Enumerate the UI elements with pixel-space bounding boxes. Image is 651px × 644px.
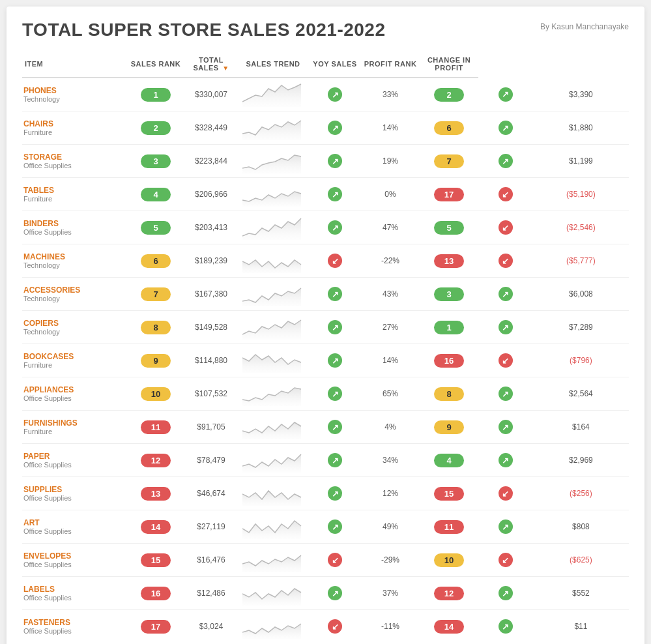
table-row: SUPPLIES Office Supplies 13 $46,674 ↗ 12… <box>22 477 629 510</box>
yoy-arrow-icon: ↙ <box>328 553 342 567</box>
total-sales-cell: $206,966 <box>185 178 237 211</box>
yoy-cell: ↙ <box>309 244 361 278</box>
trend-cell <box>237 477 309 510</box>
profit-rank-badge: 14 <box>434 620 464 634</box>
total-sales-cell: $223,844 <box>185 145 237 178</box>
trend-chart <box>242 614 304 639</box>
profit-rank-cell: 5 <box>420 211 478 244</box>
profit-rank-badge: 6 <box>434 121 464 135</box>
profit-arrow-icon: ↗ <box>499 87 513 102</box>
item-cell: TABLES Furniture <box>22 178 126 211</box>
yoy-value-cell: 47% <box>361 211 420 244</box>
total-sales-cell: $167,380 <box>185 278 237 311</box>
item-name: ENVELOPES <box>23 551 124 561</box>
table-row: CHAIRS Furniture 2 $328,449 ↗ 14% <box>22 111 629 145</box>
profit-rank-cell: 10 <box>420 544 478 577</box>
item-category: Technology <box>23 95 124 103</box>
sales-rank-badge: 16 <box>141 587 171 600</box>
sales-rank-badge: 2 <box>141 121 171 135</box>
profit-rank-cell: 16 <box>420 344 478 377</box>
table-row: FURNISHINGS Furniture 11 $91,705 ↗ 4% <box>22 411 629 444</box>
sales-rank-cell: 2 <box>126 111 185 145</box>
sales-rank-cell: 13 <box>126 477 185 510</box>
change-profit-cell: ↗ <box>478 145 533 178</box>
profit-rank-cell: 13 <box>420 244 478 278</box>
change-profit-cell: ↙ <box>478 477 533 510</box>
yoy-value-cell: 65% <box>361 377 420 411</box>
item-category: Office Supplies <box>23 561 124 568</box>
yoy-value-cell: 14% <box>361 111 420 145</box>
profit-rank-cell: 15 <box>420 477 478 510</box>
profit-rank-badge: 4 <box>434 454 464 467</box>
profit-rank-badge: 11 <box>434 520 464 534</box>
sales-rank-cell: 1 <box>126 78 185 111</box>
item-category: Office Supplies <box>23 461 124 469</box>
yoy-arrow-icon: ↗ <box>328 586 342 600</box>
table-row: COPIERS Technology 8 $149,528 ↗ 27% <box>22 311 629 344</box>
yoy-value-cell: 12% <box>361 477 420 510</box>
trend-cell <box>237 510 309 544</box>
change-profit-cell: ↙ <box>478 244 533 278</box>
change-profit-cell: ↙ <box>478 211 533 244</box>
profit-arrow-icon: ↙ <box>499 254 513 268</box>
sales-rank-cell: 9 <box>126 344 185 377</box>
yoy-arrow-icon: ↗ <box>328 187 342 201</box>
trend-cell <box>237 344 309 377</box>
trend-cell <box>237 78 309 111</box>
trend-cell <box>237 544 309 577</box>
yoy-cell: ↗ <box>309 211 361 244</box>
trend-cell <box>237 145 309 178</box>
item-cell: ENVELOPES Office Supplies <box>22 544 126 577</box>
profit-arrow-icon: ↗ <box>499 387 513 401</box>
col-header-item: ITEM <box>22 52 126 78</box>
total-sales-cell: $328,449 <box>185 111 237 145</box>
change-profit-value-cell: ($5,190) <box>533 178 629 211</box>
sales-rank-badge: 13 <box>141 487 171 501</box>
profit-rank-badge: 5 <box>434 221 464 235</box>
trend-cell <box>237 610 309 643</box>
sort-indicator: ▼ <box>222 65 229 72</box>
change-profit-value-cell: ($796) <box>533 344 629 377</box>
sales-table: ITEM SALES RANK TOTAL SALES ▼ SALES TREN… <box>22 52 629 643</box>
dashboard-container: TOTAL SUPER STORE SALES 2021-2022 By Kas… <box>7 7 644 644</box>
item-cell: FURNISHINGS Furniture <box>22 411 126 444</box>
author-subtitle: By Kasun Manchanayake <box>540 22 629 31</box>
yoy-arrow-icon: ↗ <box>328 486 342 501</box>
item-name: SUPPLIES <box>23 485 124 494</box>
total-sales-cell: $78,479 <box>185 444 237 477</box>
item-cell: BOOKCASES Furniture <box>22 344 126 377</box>
change-profit-cell: ↗ <box>478 111 533 145</box>
profit-rank-badge: 2 <box>434 88 464 102</box>
sales-rank-badge: 1 <box>141 88 171 102</box>
total-sales-cell: $91,705 <box>185 411 237 444</box>
yoy-value-cell: 43% <box>361 278 420 311</box>
yoy-cell: ↙ <box>309 610 361 643</box>
profit-rank-cell: 3 <box>420 278 478 311</box>
trend-cell <box>237 411 309 444</box>
item-name: PHONES <box>23 86 124 95</box>
item-cell: LABELS Office Supplies <box>22 577 126 610</box>
item-name: ACCESSORIES <box>23 285 124 295</box>
yoy-arrow-icon: ↙ <box>328 619 342 634</box>
yoy-value-cell: -22% <box>361 244 420 278</box>
trend-chart <box>242 282 304 306</box>
change-profit-cell: ↗ <box>478 610 533 643</box>
item-category: Office Supplies <box>23 494 124 502</box>
change-profit-value-cell: ($2,546) <box>533 211 629 244</box>
table-row: ENVELOPES Office Supplies 15 $16,476 ↙ -… <box>22 544 629 577</box>
profit-rank-badge: 15 <box>434 487 464 501</box>
item-cell: MACHINES Technology <box>22 244 126 278</box>
dashboard-header: TOTAL SUPER STORE SALES 2021-2022 By Kas… <box>22 20 629 40</box>
change-profit-cell: ↗ <box>478 577 533 610</box>
yoy-cell: ↗ <box>309 411 361 444</box>
table-row: LABELS Office Supplies 16 $12,486 ↗ 37% <box>22 577 629 610</box>
trend-cell <box>237 311 309 344</box>
trend-chart <box>242 381 304 406</box>
sales-rank-badge: 17 <box>141 620 171 634</box>
item-cell: CHAIRS Furniture <box>22 111 126 145</box>
item-category: Furniture <box>23 128 124 136</box>
main-title: TOTAL SUPER STORE SALES 2021-2022 <box>22 20 386 40</box>
yoy-value-cell: -11% <box>361 610 420 643</box>
col-header-yoy-sales: YOY SALES <box>309 52 361 78</box>
trend-chart <box>242 581 304 606</box>
